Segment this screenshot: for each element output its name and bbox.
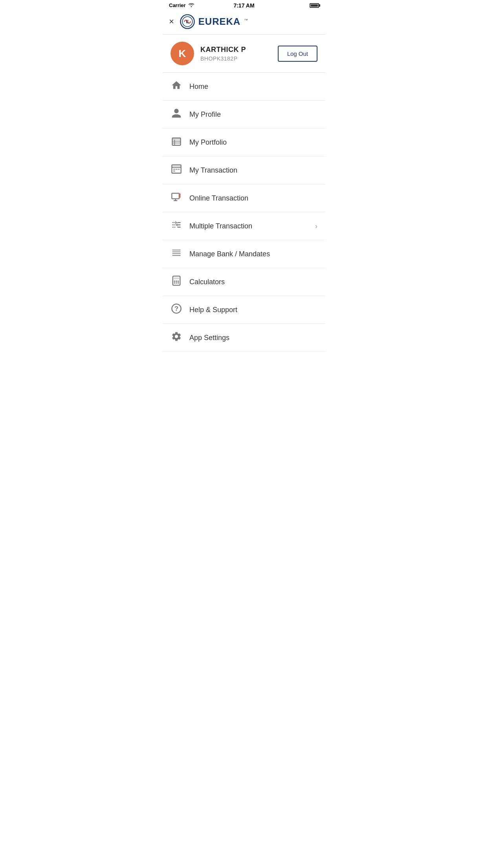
menu-label-calculators: Calculators bbox=[189, 278, 225, 286]
carrier-label: Carrier bbox=[169, 2, 186, 8]
menu-item-calculators[interactable]: Calculators bbox=[163, 268, 325, 296]
menu-item-app-settings[interactable]: App Settings bbox=[163, 324, 325, 352]
menu-item-left-calculators: Calculators bbox=[171, 275, 225, 289]
svg-point-33 bbox=[174, 282, 176, 284]
svg-point-31 bbox=[176, 280, 177, 282]
menu-item-left-online-transaction: Online Transaction bbox=[171, 191, 248, 205]
home-icon bbox=[171, 80, 182, 93]
logo-text: EUREKA bbox=[198, 16, 240, 27]
menu-item-left-help-support: ?Help & Support bbox=[171, 303, 237, 316]
logout-button[interactable]: Log Out bbox=[278, 46, 317, 62]
menu-item-help-support[interactable]: ?Help & Support bbox=[163, 296, 325, 324]
app-header: × E EUREKA ™ bbox=[163, 10, 325, 35]
user-info: K KARTHICK P BHOPK3182P bbox=[171, 42, 246, 65]
svg-text:?: ? bbox=[174, 305, 178, 312]
svg-rect-13 bbox=[178, 169, 180, 170]
menu-label-app-settings: App Settings bbox=[189, 334, 229, 342]
online-icon bbox=[171, 191, 182, 205]
settings-icon bbox=[171, 331, 182, 344]
svg-rect-12 bbox=[176, 169, 178, 170]
menu-label-my-profile: My Profile bbox=[189, 110, 221, 119]
status-bar: Carrier 7:17 AM bbox=[163, 0, 325, 10]
transaction-icon bbox=[171, 164, 182, 177]
carrier-info: Carrier bbox=[169, 2, 194, 8]
user-id: BHOPK3182P bbox=[200, 55, 246, 62]
menu-label-my-portfolio: My Portfolio bbox=[189, 138, 227, 147]
menu-item-left-manage-bank: Manage Bank / Mandates bbox=[171, 247, 270, 261]
user-section: K KARTHICK P BHOPK3182P Log Out bbox=[163, 35, 325, 73]
time-display: 7:17 AM bbox=[233, 2, 254, 9]
chevron-right-icon: › bbox=[315, 222, 317, 230]
svg-point-17 bbox=[180, 193, 181, 195]
battery-indicator bbox=[310, 3, 319, 8]
menu-label-help-support: Help & Support bbox=[189, 306, 237, 314]
wifi-icon bbox=[188, 2, 194, 8]
menu-item-left-my-profile: My Profile bbox=[171, 108, 221, 121]
avatar: K bbox=[171, 42, 194, 65]
logo: E EUREKA ™ bbox=[180, 14, 248, 29]
menu-item-manage-bank[interactable]: Manage Bank / Mandates bbox=[163, 240, 325, 268]
help-icon: ? bbox=[171, 303, 182, 316]
svg-rect-11 bbox=[173, 171, 175, 172]
svg-point-30 bbox=[174, 280, 176, 282]
svg-text:E: E bbox=[186, 19, 189, 24]
navigation-menu: HomeMy ProfileMy PortfolioMy Transaction… bbox=[163, 73, 325, 352]
menu-label-multiple-transaction: Multiple Transaction bbox=[189, 222, 252, 230]
user-details: KARTHICK P BHOPK3182P bbox=[200, 46, 246, 62]
calculator-icon bbox=[171, 275, 182, 289]
menu-label-manage-bank: Manage Bank / Mandates bbox=[189, 250, 270, 258]
logo-tm: ™ bbox=[244, 18, 248, 22]
svg-point-34 bbox=[176, 282, 177, 284]
menu-item-my-profile[interactable]: My Profile bbox=[163, 101, 325, 129]
menu-item-left-my-portfolio: My Portfolio bbox=[171, 136, 227, 149]
multiple-icon bbox=[171, 219, 182, 233]
menu-item-left-multiple-transaction: Multiple Transaction bbox=[171, 219, 252, 233]
menu-label-home: Home bbox=[189, 83, 208, 91]
svg-rect-4 bbox=[172, 138, 181, 140]
svg-rect-29 bbox=[174, 278, 179, 280]
menu-item-online-transaction[interactable]: Online Transaction bbox=[163, 184, 325, 212]
portfolio-icon bbox=[171, 136, 182, 149]
menu-item-left-home: Home bbox=[171, 80, 208, 93]
menu-item-my-portfolio[interactable]: My Portfolio bbox=[163, 129, 325, 156]
menu-item-my-transaction[interactable]: My Transaction bbox=[163, 156, 325, 184]
menu-item-multiple-transaction[interactable]: Multiple Transaction› bbox=[163, 212, 325, 240]
menu-item-left-my-transaction: My Transaction bbox=[171, 164, 237, 177]
bank-icon bbox=[171, 247, 182, 261]
user-name: KARTHICK P bbox=[200, 46, 246, 54]
menu-item-home[interactable]: Home bbox=[163, 73, 325, 101]
menu-label-online-transaction: Online Transaction bbox=[189, 194, 248, 202]
menu-item-left-app-settings: App Settings bbox=[171, 331, 229, 344]
svg-point-35 bbox=[178, 282, 179, 284]
svg-point-32 bbox=[178, 280, 179, 282]
menu-label-my-transaction: My Transaction bbox=[189, 166, 237, 175]
svg-rect-14 bbox=[172, 193, 179, 199]
close-button[interactable]: × bbox=[169, 17, 174, 26]
eureka-logo-icon: E bbox=[180, 14, 195, 29]
svg-rect-10 bbox=[173, 169, 175, 170]
person-icon bbox=[171, 108, 182, 121]
battery-icon bbox=[310, 3, 319, 8]
